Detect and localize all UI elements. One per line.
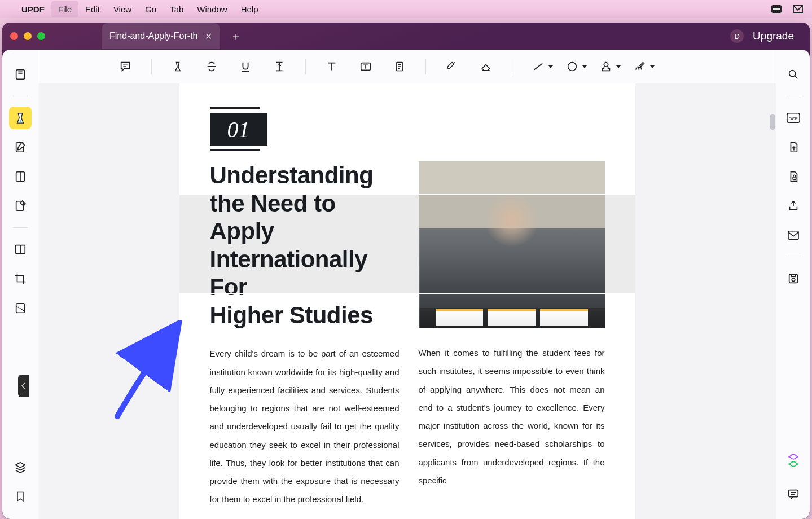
redact-icon[interactable] [9,297,32,319]
annotation-toolbar [38,50,776,83]
upgrade-button[interactable]: Upgrade [753,30,794,42]
right-sidebar: OCR [776,50,810,519]
minimize-window-button[interactable] [24,32,32,40]
ocr-icon[interactable]: OCR [782,107,805,129]
textbox-icon[interactable] [358,59,374,74]
svg-rect-22 [791,275,795,277]
svg-rect-1 [773,8,780,10]
window-controls [10,32,45,40]
app-name[interactable]: UPDF [21,5,45,14]
menu-go[interactable]: Go [145,5,156,14]
annotation-arrow-icon [106,320,191,422]
document-tab[interactable]: Find-and-Apply-For-th ✕ [102,23,220,49]
titlebar: Find-and-Apply-For-th ✕ ＋ D Upgrade [2,23,810,50]
main-area: 01 Understanding the Need to Apply Inter… [38,50,776,519]
protect-lock-icon[interactable] [782,165,805,188]
reader-mode-icon[interactable] [9,63,32,86]
svg-text:OCR: OCR [788,116,797,121]
avatar-letter: D [734,32,739,41]
menu-window[interactable]: Window [197,5,227,14]
svg-point-21 [792,278,795,282]
search-icon[interactable] [782,63,805,86]
edit-page-icon[interactable] [9,195,32,217]
svg-rect-7 [16,201,23,211]
highlighter-icon[interactable] [9,107,32,129]
text-icon[interactable] [324,59,340,74]
underline-icon[interactable] [238,59,253,74]
zoom-window-button[interactable] [37,32,45,40]
strikethrough-icon[interactable] [204,59,220,74]
page-layout-icon[interactable] [9,165,32,188]
pencil-icon[interactable] [444,59,460,74]
close-window-button[interactable] [10,32,18,40]
svg-rect-8 [15,245,20,254]
stamp-icon[interactable] [598,59,614,74]
menu-view[interactable]: View [113,5,131,14]
menu-help[interactable]: Help [241,5,258,14]
compare-icon[interactable] [9,238,32,261]
ai-assistant-icon[interactable] [782,449,805,472]
text-style-icon[interactable] [271,59,287,74]
close-tab-icon[interactable]: ✕ [205,31,212,42]
body-paragraph-2: When it comes to fulfilling the student … [419,344,605,490]
page-title: Understanding the Need to Apply Internat… [210,161,400,329]
avatar[interactable]: D [730,29,744,43]
highlight-tool-icon[interactable] [170,59,186,74]
note-icon[interactable] [392,59,407,74]
menubar-tray [770,4,804,14]
tray-item-1-icon[interactable] [770,4,783,14]
save-icon[interactable] [782,267,805,290]
document-page: 01 Understanding the Need to Apply Inter… [179,83,635,519]
annotate-icon[interactable] [9,136,32,159]
signature-icon[interactable] [632,59,648,74]
svg-rect-23 [788,490,798,497]
chapter-number-badge: 01 [210,113,267,146]
svg-rect-18 [793,177,796,180]
export-share-icon[interactable] [782,195,805,217]
comment-icon[interactable] [117,59,133,74]
tray-item-2-icon[interactable] [792,4,804,14]
shape-circle-icon[interactable] [564,59,580,74]
tab-title: Find-and-Apply-For-th [109,31,198,41]
macos-menubar: UPDF File Edit View Go Tab Window Help [0,0,812,18]
svg-point-15 [789,71,795,77]
crop-icon[interactable] [9,267,32,290]
layers-icon[interactable] [9,456,32,478]
document-image-1 [419,161,605,328]
convert-icon[interactable] [782,136,805,159]
menu-tab[interactable]: Tab [170,5,183,14]
svg-rect-9 [20,245,25,254]
eraser-icon[interactable] [478,59,494,74]
svg-rect-19 [788,231,798,239]
svg-rect-3 [20,120,21,123]
svg-point-13 [568,63,577,71]
new-tab-button[interactable]: ＋ [230,29,242,44]
app-window: Find-and-Apply-For-th ✕ ＋ D Upgrade [2,23,810,519]
menu-file[interactable]: File [51,1,78,17]
scrollbar-thumb[interactable] [770,114,775,130]
line-icon[interactable] [530,59,546,74]
svg-point-14 [604,63,608,67]
chat-icon[interactable] [782,483,805,505]
body-paragraph-1: Every child's dream is to be part of an … [210,345,400,508]
left-sidebar [2,50,38,519]
document-canvas[interactable]: 01 Understanding the Need to Apply Inter… [38,83,776,519]
sidebar-collapse-handle[interactable] [18,375,29,397]
email-icon[interactable] [782,224,805,247]
bookmark-icon[interactable] [9,485,32,508]
menu-edit[interactable]: Edit [85,5,100,14]
chapter-number: 01 [227,116,250,143]
svg-rect-2 [16,70,24,80]
